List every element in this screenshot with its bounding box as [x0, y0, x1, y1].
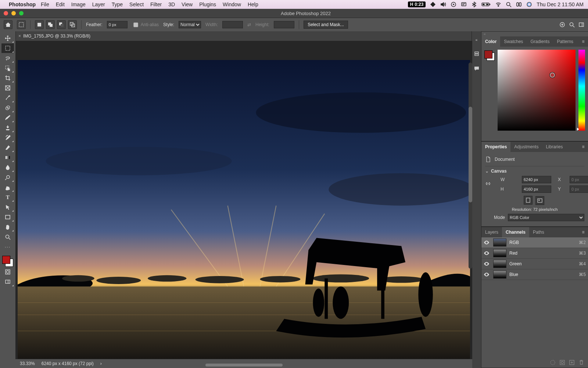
document-tab[interactable]: IMG_1755.JPG @ 33.3% (RGB/8)	[23, 33, 90, 39]
visibility-eye-icon[interactable]	[484, 261, 490, 267]
selection-subtract[interactable]	[57, 20, 66, 29]
tab-paths[interactable]: Paths	[529, 227, 548, 237]
horizontal-scrollbar[interactable]	[205, 364, 283, 367]
menubar-datetime[interactable]: Thu Dec 2 11:50 AM	[537, 1, 584, 7]
selection-new[interactable]	[35, 20, 44, 29]
history-brush-tool[interactable]	[1, 133, 14, 142]
gradient-tool[interactable]	[1, 153, 14, 162]
properties-panel-menu-icon[interactable]: ≡	[578, 142, 588, 152]
visibility-eye-icon[interactable]	[484, 250, 490, 256]
edit-toolbar-button[interactable]: ···	[1, 242, 14, 252]
window-close-button[interactable]	[4, 11, 8, 15]
menu-image[interactable]: Image	[71, 1, 86, 7]
collapse-arrow-icon[interactable]: «	[481, 32, 588, 36]
load-channel-as-selection-icon[interactable]	[550, 360, 556, 365]
feather-input[interactable]	[107, 21, 128, 28]
doc-dimensions[interactable]: 6240 px x 4160 px (72 ppi)	[42, 361, 94, 366]
visibility-eye-icon[interactable]	[484, 272, 490, 277]
menu-edit[interactable]: Edit	[56, 1, 65, 7]
document-image[interactable]	[18, 60, 470, 353]
home-button[interactable]	[4, 20, 12, 29]
tab-properties[interactable]: Properties	[481, 142, 510, 152]
rectangle-shape-tool[interactable]	[1, 212, 14, 222]
window-zoom-button[interactable]	[19, 11, 24, 15]
foreground-color[interactable]	[2, 256, 10, 264]
channel-row-green[interactable]: Green⌘4	[481, 259, 588, 269]
expand-canvas-icon[interactable]: ⌄	[485, 169, 489, 174]
object-selection-tool[interactable]	[1, 63, 14, 73]
marquee-tool-icon[interactable]	[17, 20, 26, 29]
spotlight-icon[interactable]	[506, 1, 512, 7]
new-channel-icon[interactable]	[569, 360, 575, 365]
battery-icon[interactable]	[481, 1, 491, 7]
wifi-icon[interactable]	[495, 1, 501, 7]
menu-window[interactable]: Window	[223, 1, 241, 7]
collapsed-panel-history-icon[interactable]	[474, 51, 480, 57]
menu-view[interactable]: View	[182, 1, 193, 7]
canvas-height-input[interactable]	[522, 185, 551, 193]
color-picker-cursor[interactable]	[550, 72, 555, 78]
screen-mode-toggle[interactable]	[1, 277, 14, 287]
orientation-portrait-button[interactable]	[524, 196, 533, 205]
link-wh-icon[interactable]	[485, 181, 491, 187]
hue-marker-icon[interactable]	[577, 128, 579, 131]
hand-tool[interactable]	[1, 222, 14, 232]
tab-channels[interactable]: Channels	[502, 227, 529, 237]
bluetooth-icon[interactable]	[471, 1, 477, 7]
selection-add[interactable]	[46, 20, 55, 29]
lcp-panel-menu-icon[interactable]: ≡	[578, 227, 588, 237]
siri-icon[interactable]	[526, 1, 532, 7]
select-and-mask-button[interactable]: Select and Mask...	[304, 21, 348, 29]
spot-healing-tool[interactable]	[1, 103, 14, 113]
tab-gradients[interactable]: Gradients	[527, 36, 553, 47]
scrollbar-thumb[interactable]	[469, 107, 472, 202]
color-mini-fg[interactable]	[484, 50, 492, 59]
quick-mask-toggle[interactable]	[1, 267, 14, 277]
tab-color[interactable]: Color	[481, 36, 500, 47]
menu-3d[interactable]: 3D	[168, 1, 175, 7]
color-mini-swatch[interactable]	[484, 50, 495, 61]
menu-help[interactable]: Help	[248, 1, 258, 7]
pen-tool[interactable]	[1, 183, 14, 192]
dodge-tool[interactable]	[1, 173, 14, 182]
diamond-icon[interactable]	[430, 1, 436, 7]
window-minimize-button[interactable]	[11, 11, 16, 15]
cloud-share-icon[interactable]	[559, 22, 565, 28]
search-icon[interactable]	[569, 22, 575, 28]
rectangular-marquee-tool[interactable]	[1, 43, 14, 53]
channel-row-rgb[interactable]: RGB⌘2	[481, 237, 588, 248]
lasso-tool[interactable]	[1, 53, 14, 63]
workspace-switcher-icon[interactable]	[578, 22, 584, 28]
brush-tool[interactable]	[1, 113, 14, 123]
canvas-area[interactable]	[15, 41, 472, 359]
menu-plugins[interactable]: Plugins	[199, 1, 216, 7]
color-panel-menu-icon[interactable]: ≡	[578, 36, 588, 47]
mode-select[interactable]: RGB Color	[508, 214, 584, 221]
style-select[interactable]: Normal	[179, 21, 201, 28]
eyedropper-tool[interactable]	[1, 93, 14, 103]
blur-tool[interactable]	[1, 163, 14, 172]
frame-tool[interactable]	[1, 83, 14, 93]
tab-swatches[interactable]: Swatches	[500, 36, 527, 47]
color-field[interactable]	[498, 50, 576, 131]
path-selection-tool[interactable]	[1, 202, 14, 212]
move-tool[interactable]	[1, 33, 14, 43]
app-name[interactable]: Photoshop	[9, 1, 36, 7]
menu-select[interactable]: Select	[129, 1, 144, 7]
collapsed-panel-expand-icon[interactable]: «	[476, 38, 478, 42]
tab-patterns[interactable]: Patterns	[553, 36, 577, 47]
menu-filter[interactable]: Filter	[150, 1, 162, 7]
visibility-eye-icon[interactable]	[484, 240, 490, 245]
channel-row-red[interactable]: Red⌘3	[481, 248, 588, 259]
collapsed-panel-comments-icon[interactable]	[474, 66, 480, 71]
eraser-tool[interactable]	[1, 143, 14, 152]
tab-adjustments[interactable]: Adjustments	[510, 142, 542, 152]
selection-intersect[interactable]	[68, 20, 77, 29]
tab-layers[interactable]: Layers	[481, 227, 502, 237]
orientation-landscape-button[interactable]	[535, 196, 544, 205]
clone-stamp-tool[interactable]	[1, 123, 14, 132]
hue-slider[interactable]	[578, 50, 585, 131]
control-center-icon[interactable]	[516, 1, 522, 7]
tab-libraries[interactable]: Libraries	[542, 142, 566, 152]
canvas-width-input[interactable]	[522, 176, 551, 183]
